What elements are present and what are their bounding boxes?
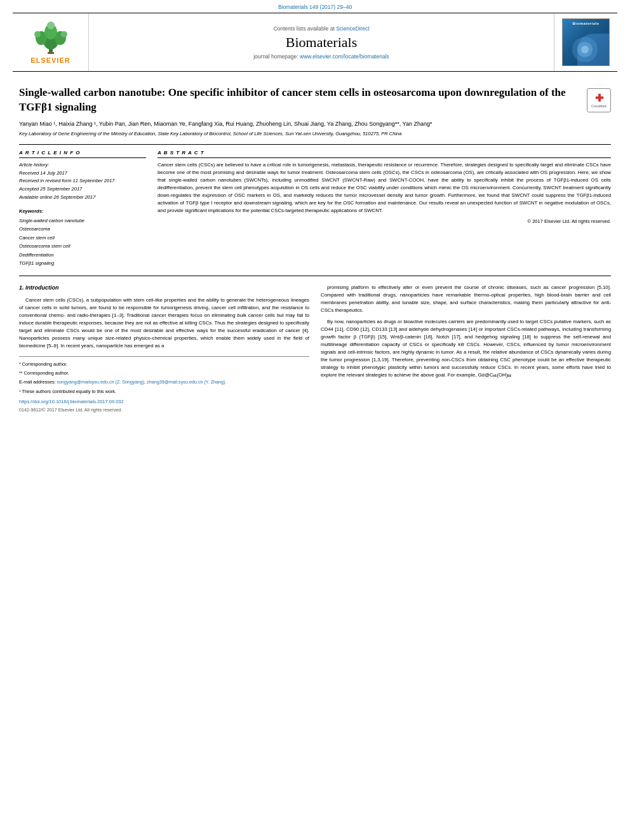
history-heading: Article history: <box>19 161 146 170</box>
accepted-date: Accepted 25 September 2017 <box>19 185 146 194</box>
available-online-date: Available online 26 September 2017 <box>19 194 146 202</box>
received-date: Received 14 July 2017 <box>19 170 146 178</box>
homepage-prefix: journal homepage: <box>253 53 298 60</box>
elsevier-tree-icon <box>29 20 73 55</box>
body-left-col: 1. Introduction Cancer stem cells (CSCs)… <box>19 284 309 414</box>
journal-title-area: Contents lists available at ScienceDirec… <box>89 13 554 71</box>
keyword-3: Cancer stem cell <box>19 234 146 243</box>
footnote-emails: E-mail addresses: songyang@mailsysu.edu.… <box>19 378 309 385</box>
keyword-2: Osteosarcoma <box>19 225 146 234</box>
article-title: Single-walled carbon nanotube: One speci… <box>19 86 580 115</box>
elsevier-brand-text: ELSEVIER <box>30 57 70 64</box>
journal-homepage-line: journal homepage: www.elsevier.com/locat… <box>253 53 389 60</box>
issn-line: 0142-9612/© 2017 Elsevier Ltd. All right… <box>19 406 309 413</box>
intro-para3: By now, nanoparticles as drugs or bioact… <box>321 318 611 380</box>
cover-title-text: Biomaterials <box>572 22 599 25</box>
abstract-column: A B S T R A C T Cancer stem cells (CSCs)… <box>158 150 611 268</box>
journal-reference: Biomaterials 149 (2017) 29–40 <box>0 0 630 13</box>
article-info-heading: A R T I C L E I N F O <box>19 150 146 158</box>
article-info-abstract-columns: A R T I C L E I N F O Article history: R… <box>19 150 611 268</box>
elsevier-logo-area: ELSEVIER <box>13 13 89 71</box>
svg-point-7 <box>47 22 55 29</box>
sciencedirect-link[interactable]: ScienceDirect <box>336 25 369 32</box>
crossmark-badge[interactable]: ✚ CrossMark <box>587 88 611 112</box>
abstract-text: Cancer stem cells (CSCs) are believed to… <box>158 161 611 215</box>
journal-title-display: Biomaterials <box>286 34 357 51</box>
svg-point-5 <box>34 31 41 37</box>
sciencedirect-line: Contents lists available at ScienceDirec… <box>273 25 369 32</box>
received-revised-date: Received in revised form 11 September 20… <box>19 177 146 185</box>
authors-line: Yanyan Miao ¹, Haixia Zhang ¹, Yubin Pan… <box>19 120 611 129</box>
keyword-4: Osteosarcoma stem cell <box>19 242 146 251</box>
keyword-5: Dedifferentiation <box>19 251 146 260</box>
footnote-corresponding-single: * Corresponding author. <box>19 361 309 368</box>
elsevier-logo: ELSEVIER <box>29 20 73 64</box>
sciencedirect-prefix: Contents lists available at <box>273 25 334 32</box>
footnote-equal-contribution: ¹ These authors contributed equally to t… <box>19 388 309 395</box>
intro-para2: promising platform to effectively alter … <box>321 284 611 314</box>
crossmark-label-text: CrossMark <box>591 104 607 108</box>
keywords-heading: Keywords: <box>19 208 146 214</box>
cover-graphic <box>566 30 604 62</box>
article-history: Article history: Received 14 July 2017 R… <box>19 161 146 202</box>
doi-link[interactable]: https://doi.org/10.1016/j.biomaterials.2… <box>19 398 309 406</box>
journal-header: ELSEVIER Contents lists available at Sci… <box>13 13 617 72</box>
homepage-link[interactable]: www.elsevier.com/locate/biomaterials <box>300 53 389 60</box>
svg-point-11 <box>581 46 589 53</box>
article-info-column: A R T I C L E I N F O Article history: R… <box>19 150 146 268</box>
journal-cover-thumbnail: Biomaterials <box>562 18 610 66</box>
article-title-section: Single-walled carbon nanotube: One speci… <box>19 78 611 115</box>
svg-point-6 <box>61 31 67 37</box>
keywords-list: Single-walled carbon nanotube Osteosarco… <box>19 217 146 268</box>
abstract-heading: A B S T R A C T <box>158 150 611 158</box>
svg-rect-8 <box>48 52 54 54</box>
crossmark-icon: ✚ <box>595 93 603 103</box>
section-divider <box>19 276 611 276</box>
copyright-line: © 2017 Elsevier Ltd. All rights reserved… <box>158 218 611 224</box>
page: Biomaterials 149 (2017) 29–40 <box>0 0 630 840</box>
footnotes-section: * Corresponding author. ** Corresponding… <box>19 356 309 413</box>
body-right-col: promising platform to effectively alter … <box>321 284 611 414</box>
keywords-section: Keywords: Single-walled carbon nanotube … <box>19 208 146 268</box>
keyword-1: Single-walled carbon nanotube <box>19 217 146 225</box>
journal-cover-area: Biomaterials <box>554 13 617 71</box>
intro-para1: Cancer stem cells (CSCs), a subpopulatio… <box>19 297 309 350</box>
article-content: Single-walled carbon nanotube: One speci… <box>0 72 630 420</box>
email-label: E-mail addresses: <box>19 379 56 385</box>
keyword-6: TGFβ1 signaling <box>19 259 146 268</box>
intro-section-title: 1. Introduction <box>19 284 309 293</box>
body-columns: 1. Introduction Cancer stem cells (CSCs)… <box>19 284 611 414</box>
footnote-corresponding-double: ** Corresponding author. <box>19 370 309 377</box>
affiliation-line: Key Laboratory of Gene Engineering of th… <box>19 131 611 138</box>
email-values[interactable]: songyang@mailsysu.edu.cn (Z. Songyang), … <box>57 379 227 385</box>
header-divider <box>19 144 611 145</box>
